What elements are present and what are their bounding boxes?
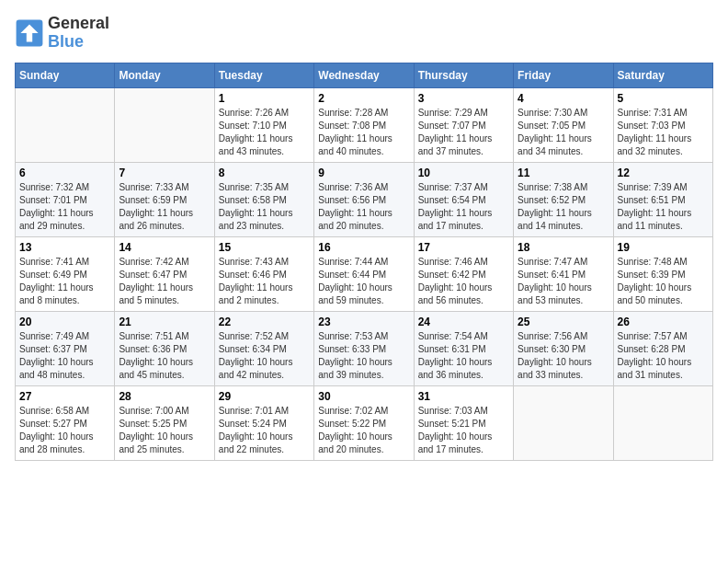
daylight-text: Daylight: 10 hours and 28 minutes. [19, 431, 110, 456]
day-number: 11 [518, 167, 609, 179]
weekday-header: Monday [115, 63, 214, 87]
sunrise-text: Sunrise: 7:36 AM [318, 181, 409, 194]
sunset-text: Sunset: 6:41 PM [518, 269, 609, 282]
day-number: 1 [219, 92, 310, 105]
weekday-header: Friday [514, 63, 613, 87]
day-number: 13 [19, 241, 110, 254]
sunrise-text: Sunrise: 7:26 AM [219, 107, 310, 120]
daylight-text: Daylight: 10 hours and 50 minutes. [618, 282, 709, 307]
calendar-table: SundayMondayTuesdayWednesdayThursdayFrid… [15, 63, 713, 461]
logo: General Blue [15, 15, 109, 52]
day-number: 18 [518, 241, 609, 254]
calendar-week-row: 13 Sunrise: 7:41 AM Sunset: 6:49 PM Dayl… [16, 236, 713, 311]
sunset-text: Sunset: 7:07 PM [418, 120, 509, 132]
sunset-text: Sunset: 6:39 PM [618, 269, 709, 282]
sunset-text: Sunset: 6:52 PM [518, 194, 609, 207]
sunrise-text: Sunrise: 7:31 AM [618, 107, 709, 120]
calendar-week-row: 1 Sunrise: 7:26 AM Sunset: 7:10 PM Dayli… [16, 87, 713, 162]
day-info: Sunrise: 7:31 AM Sunset: 7:03 PM Dayligh… [618, 107, 709, 158]
calendar-cell: 18 Sunrise: 7:47 AM Sunset: 6:41 PM Dayl… [514, 236, 613, 311]
day-number: 21 [119, 316, 210, 328]
daylight-text: Daylight: 11 hours and 32 minutes. [618, 132, 709, 158]
day-info: Sunrise: 7:37 AM Sunset: 6:54 PM Dayligh… [418, 181, 509, 233]
daylight-text: Daylight: 11 hours and 29 minutes. [19, 207, 110, 233]
day-number: 19 [618, 241, 709, 254]
sunset-text: Sunset: 6:42 PM [418, 269, 509, 282]
sunset-text: Sunset: 6:36 PM [119, 343, 210, 356]
daylight-text: Daylight: 10 hours and 48 minutes. [19, 356, 110, 382]
sunrise-text: Sunrise: 7:28 AM [318, 107, 409, 120]
sunset-text: Sunset: 6:49 PM [19, 269, 110, 282]
day-info: Sunrise: 7:44 AM Sunset: 6:44 PM Dayligh… [318, 256, 409, 307]
daylight-text: Daylight: 10 hours and 45 minutes. [119, 356, 210, 382]
calendar-cell: 27 Sunrise: 6:58 AM Sunset: 5:27 PM Dayl… [16, 385, 115, 460]
sunset-text: Sunset: 6:59 PM [119, 194, 210, 207]
sunset-text: Sunset: 5:27 PM [19, 418, 110, 431]
day-number: 20 [19, 316, 110, 328]
calendar-cell: 20 Sunrise: 7:49 AM Sunset: 6:37 PM Dayl… [16, 311, 115, 385]
daylight-text: Daylight: 11 hours and 2 minutes. [219, 282, 310, 307]
sunset-text: Sunset: 6:33 PM [318, 343, 409, 356]
day-number: 4 [518, 92, 609, 105]
calendar-cell: 7 Sunrise: 7:33 AM Sunset: 6:59 PM Dayli… [115, 162, 214, 236]
daylight-text: Daylight: 11 hours and 14 minutes. [518, 207, 609, 233]
day-info: Sunrise: 7:38 AM Sunset: 6:52 PM Dayligh… [518, 181, 609, 233]
daylight-text: Daylight: 11 hours and 37 minutes. [418, 132, 509, 158]
calendar-cell: 13 Sunrise: 7:41 AM Sunset: 6:49 PM Dayl… [16, 236, 115, 311]
calendar-cell: 10 Sunrise: 7:37 AM Sunset: 6:54 PM Dayl… [414, 162, 513, 236]
day-info: Sunrise: 7:48 AM Sunset: 6:39 PM Dayligh… [618, 256, 709, 307]
sunrise-text: Sunrise: 7:44 AM [318, 256, 409, 269]
day-info: Sunrise: 7:51 AM Sunset: 6:36 PM Dayligh… [119, 330, 210, 382]
sunset-text: Sunset: 6:47 PM [119, 269, 210, 282]
sunrise-text: Sunrise: 7:56 AM [518, 330, 609, 343]
calendar-cell: 31 Sunrise: 7:03 AM Sunset: 5:21 PM Dayl… [414, 385, 513, 460]
day-number: 12 [618, 167, 709, 179]
sunrise-text: Sunrise: 7:29 AM [418, 107, 509, 120]
day-number: 30 [318, 390, 409, 403]
day-number: 23 [318, 316, 409, 328]
sunrise-text: Sunrise: 7:35 AM [219, 181, 310, 194]
sunrise-text: Sunrise: 7:30 AM [518, 107, 609, 120]
sunrise-text: Sunrise: 6:58 AM [19, 405, 110, 418]
calendar-week-row: 27 Sunrise: 6:58 AM Sunset: 5:27 PM Dayl… [16, 385, 713, 460]
sunrise-text: Sunrise: 7:38 AM [518, 181, 609, 194]
daylight-text: Daylight: 11 hours and 11 minutes. [618, 207, 709, 233]
sunset-text: Sunset: 6:31 PM [418, 343, 509, 356]
sunset-text: Sunset: 7:08 PM [318, 120, 409, 132]
daylight-text: Daylight: 10 hours and 59 minutes. [318, 282, 409, 307]
day-info: Sunrise: 7:39 AM Sunset: 6:51 PM Dayligh… [618, 181, 709, 233]
day-number: 27 [19, 390, 110, 403]
day-info: Sunrise: 7:41 AM Sunset: 6:49 PM Dayligh… [19, 256, 110, 307]
calendar-cell: 11 Sunrise: 7:38 AM Sunset: 6:52 PM Dayl… [514, 162, 613, 236]
sunset-text: Sunset: 7:03 PM [618, 120, 709, 132]
weekday-header: Thursday [414, 63, 513, 87]
sunset-text: Sunset: 6:44 PM [318, 269, 409, 282]
day-info: Sunrise: 7:54 AM Sunset: 6:31 PM Dayligh… [418, 330, 509, 382]
day-number: 29 [219, 390, 310, 403]
sunrise-text: Sunrise: 7:49 AM [19, 330, 110, 343]
day-info: Sunrise: 7:42 AM Sunset: 6:47 PM Dayligh… [119, 256, 210, 307]
day-info: Sunrise: 7:35 AM Sunset: 6:58 PM Dayligh… [219, 181, 310, 233]
sunrise-text: Sunrise: 7:54 AM [418, 330, 509, 343]
calendar-cell: 8 Sunrise: 7:35 AM Sunset: 6:58 PM Dayli… [214, 162, 313, 236]
day-info: Sunrise: 7:49 AM Sunset: 6:37 PM Dayligh… [19, 330, 110, 382]
calendar-cell: 21 Sunrise: 7:51 AM Sunset: 6:36 PM Dayl… [115, 311, 214, 385]
day-info: Sunrise: 7:33 AM Sunset: 6:59 PM Dayligh… [119, 181, 210, 233]
sunrise-text: Sunrise: 7:01 AM [219, 405, 310, 418]
sunrise-text: Sunrise: 7:47 AM [518, 256, 609, 269]
daylight-text: Daylight: 11 hours and 20 minutes. [318, 207, 409, 233]
day-info: Sunrise: 7:29 AM Sunset: 7:07 PM Dayligh… [418, 107, 509, 158]
calendar-cell: 30 Sunrise: 7:02 AM Sunset: 5:22 PM Dayl… [314, 385, 414, 460]
day-info: Sunrise: 7:26 AM Sunset: 7:10 PM Dayligh… [219, 107, 310, 158]
sunrise-text: Sunrise: 7:48 AM [618, 256, 709, 269]
day-info: Sunrise: 7:00 AM Sunset: 5:25 PM Dayligh… [119, 405, 210, 456]
sunset-text: Sunset: 6:58 PM [219, 194, 310, 207]
day-info: Sunrise: 6:58 AM Sunset: 5:27 PM Dayligh… [19, 405, 110, 456]
sunrise-text: Sunrise: 7:02 AM [318, 405, 409, 418]
sunrise-text: Sunrise: 7:00 AM [119, 405, 210, 418]
calendar-cell [613, 385, 712, 460]
calendar-cell: 4 Sunrise: 7:30 AM Sunset: 7:05 PM Dayli… [514, 87, 613, 162]
calendar-week-row: 20 Sunrise: 7:49 AM Sunset: 6:37 PM Dayl… [16, 311, 713, 385]
calendar-cell: 5 Sunrise: 7:31 AM Sunset: 7:03 PM Dayli… [613, 87, 712, 162]
sunset-text: Sunset: 5:22 PM [318, 418, 409, 431]
